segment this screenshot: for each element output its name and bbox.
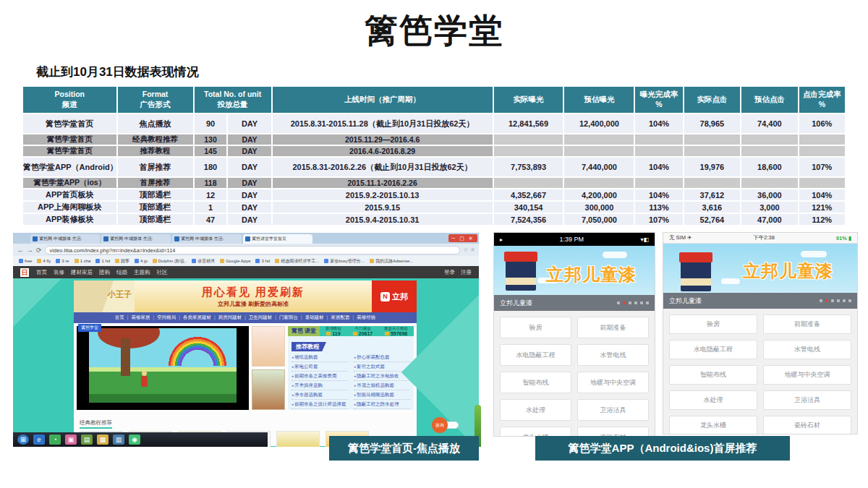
taskbar-icon[interactable]: ▦ (97, 435, 109, 445)
browser-tab[interactable]: 篱笆讲堂学堂首页 (243, 234, 312, 244)
reload-icon[interactable]: ⟳ (36, 247, 42, 254)
window-controls[interactable]: ─ ▢ ✕ (448, 234, 477, 242)
bookmark-item[interactable]: 我的汉路Adsense... (370, 258, 413, 265)
category-button[interactable]: 智能布线 (500, 372, 571, 393)
tutorial-link[interactable]: 窗帘之款式篇 (354, 362, 410, 372)
bookmark-star-icon[interactable]: ☆ (463, 247, 468, 253)
browser-tab[interactable]: 篱笆网·申城媒体 生活: (30, 234, 100, 244)
browser-tab[interactable]: 篱笆网·申城媒体 生活: (172, 234, 242, 244)
bookmark-item[interactable]: 1 hd (95, 259, 110, 263)
tutorial-link[interactable]: 隐蔽工程及纠纷防坑必备 (292, 409, 348, 410)
forward-icon[interactable]: → (27, 247, 33, 254)
category-nav-item[interactable]: 门窗阳台 (272, 314, 298, 321)
taskbar-icon[interactable]: ◔ (49, 435, 61, 445)
category-button[interactable]: 水处理 (669, 390, 757, 410)
tutorial-link[interactable]: 舒心家装配色篇 (354, 353, 410, 362)
bookmark-item[interactable]: 3 hd (255, 259, 270, 263)
android-banner[interactable]: 立邦儿童漆 (494, 246, 655, 295)
tutorial-link[interactable]: 前期准备之装修费用 (292, 372, 348, 381)
site-nav-item[interactable]: 注册 (461, 269, 472, 276)
tutorial-link[interactable]: 智能马桶圈选购篇 (354, 390, 410, 400)
category-nav-item[interactable]: 空间格局 (150, 314, 176, 321)
tutorial-link[interactable]: 隐蔽工程之防水处理 (354, 400, 410, 409)
category-nav-item[interactable]: 各类家居建材 (176, 314, 211, 321)
carousel-dots[interactable] (820, 299, 851, 302)
tutorial-link[interactable]: 家电公司篇 (292, 362, 348, 372)
tutorial-link[interactable]: 吊顶之烟机选购篇 (354, 381, 410, 390)
category-button[interactable]: 瓷砖石材 (763, 416, 851, 434)
floating-circle-icon[interactable]: 咨询 (432, 417, 448, 433)
site-nav-item[interactable]: 团购 (99, 269, 110, 276)
tutorial-link[interactable]: 居家家具之选购篇 (354, 409, 410, 410)
tutorial-link[interactable]: 墙纸选购篇 (292, 353, 348, 362)
category-button[interactable]: 龙头水槽 (669, 416, 757, 434)
category-button[interactable]: 验房 (669, 314, 757, 334)
category-button[interactable]: 前期准备 (763, 314, 851, 334)
menu-icon[interactable]: ≡ (471, 247, 475, 253)
banner-subline: 立邦儿童漆 刷新爱的高标准 (135, 300, 372, 308)
category-button[interactable]: 前期准备 (577, 317, 649, 338)
bookmark-item[interactable]: 4 jp (135, 259, 148, 263)
site-nav-item[interactable]: 首页 (36, 269, 47, 276)
taskbar-icon[interactable]: ▤ (81, 435, 93, 445)
category-nav-item[interactable]: 基础建材 (298, 314, 324, 321)
category-button[interactable]: 地暖与中央空调 (577, 372, 649, 393)
category-button[interactable]: 水处理 (500, 399, 571, 421)
bookmark-item[interactable]: 1 cha (75, 259, 91, 263)
category-button[interactable]: 水管电线 (763, 340, 851, 359)
category-nav-item[interactable]: 装修经验 (349, 314, 375, 321)
category-button[interactable]: 验房 (500, 317, 571, 338)
category-button[interactable]: 龙头水槽 (500, 427, 571, 436)
bookmark-item[interactable]: Dolphin·浏/说.. (153, 258, 187, 265)
bookmark-item[interactable]: 家妆busy管理分... (324, 258, 365, 265)
category-button[interactable]: 水电隐蔽工程 (669, 340, 757, 359)
browser-tab[interactable]: 篱笆网·申城媒体 生活: (101, 234, 171, 244)
tutorial-link[interactable]: 开关插座选购 (292, 381, 348, 390)
taskbar-icon[interactable]: ◉ (129, 435, 140, 445)
bookmark-item[interactable]: 录音精灵 (192, 258, 215, 265)
classic-thumb[interactable] (276, 431, 320, 447)
category-nav-item[interactable]: 厨房间建材 (211, 314, 242, 321)
site-nav-item[interactable]: 结婚 (116, 269, 127, 276)
ios-banner[interactable]: 立邦儿童漆 (663, 244, 857, 293)
site-nav-item[interactable]: 登录 (444, 269, 455, 276)
back-icon[interactable]: ← (17, 247, 24, 254)
category-button[interactable]: 智能布线 (669, 365, 757, 385)
taskbar-icon[interactable]: ⊞ (17, 435, 29, 445)
category-button[interactable]: 瓷砖石材 (577, 427, 649, 436)
site-nav-item[interactable]: 社区 (157, 269, 168, 276)
bookmark-item[interactable]: Google Apps (220, 259, 250, 263)
site-nav-item[interactable]: 装修 (54, 269, 64, 276)
bookmark-item[interactable]: free (19, 259, 32, 263)
bookmark-item[interactable]: 精选阅读经济学工... (275, 258, 319, 265)
taskbar-icon[interactable]: ▣ (65, 435, 77, 445)
cartoon-thumb[interactable] (252, 326, 285, 367)
category-button[interactable]: 水管电线 (577, 344, 649, 366)
taskbar-icon[interactable]: e (33, 435, 45, 445)
taskbar-icon[interactable]: ▥ (113, 435, 124, 445)
bookmark-item[interactable]: 园事 (115, 258, 129, 265)
tutorial-link[interactable]: 净水器选购篇 (292, 390, 348, 400)
category-nav-item[interactable]: 装修家居 (124, 314, 150, 321)
category-nav-item[interactable]: 卫生间建材 (242, 314, 272, 321)
site-nav-item[interactable]: 建材家居 (71, 269, 93, 276)
tutorial-link[interactable]: 前期准备之设计师选择篇 (292, 400, 348, 409)
site-nav-item[interactable]: 主题购 (134, 269, 150, 276)
category-button[interactable]: 水电隐蔽工程 (500, 344, 571, 366)
url-field[interactable]: video.liba.com/index.php?m=index&a=index… (45, 246, 461, 254)
category-button[interactable]: 卫浴洁具 (577, 399, 649, 421)
site-banner[interactable]: 小王子 用心看见 用爱刷新 立邦儿童漆 刷新爱的高标准 N 立邦 (74, 281, 417, 312)
video-player[interactable] (77, 326, 249, 410)
bookmark-item[interactable]: 4 fly (37, 259, 51, 263)
tab-title: 篱笆网·申城媒体 生活: (39, 236, 82, 242)
cartoon-thumb[interactable] (252, 369, 285, 410)
video-section-label[interactable]: 篱笆学堂 (78, 324, 101, 332)
floating-widget[interactable]: 咨询 · · (432, 417, 459, 433)
category-button[interactable]: 地暖与中央空调 (763, 365, 851, 385)
tutorial-link[interactable]: 隐蔽工程之水电验收 (354, 372, 410, 381)
carousel-dots[interactable] (617, 301, 649, 304)
category-nav-item[interactable]: 家居配套 (324, 314, 350, 321)
category-nav-item[interactable]: 首页 (115, 314, 124, 321)
category-button[interactable]: 卫浴洁具 (763, 390, 851, 410)
bookmark-item[interactable]: 3 re (56, 259, 69, 263)
